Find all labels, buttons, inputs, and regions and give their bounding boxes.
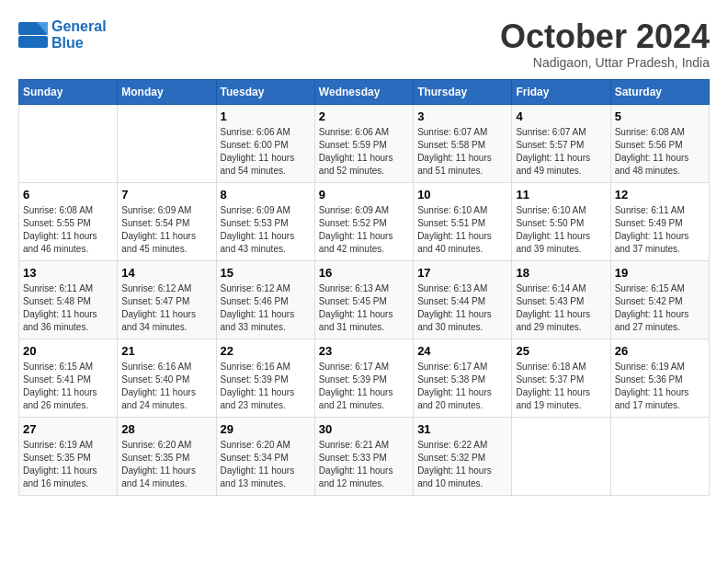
calendar-cell: 17Sunrise: 6:13 AM Sunset: 5:44 PM Dayli…: [414, 260, 512, 339]
day-number: 2: [319, 109, 409, 123]
day-number: 9: [319, 188, 409, 201]
cell-content: Sunrise: 6:08 AM Sunset: 5:55 PM Dayligh…: [23, 204, 113, 256]
cell-content: Sunrise: 6:09 AM Sunset: 5:53 PM Dayligh…: [221, 204, 311, 256]
calendar-cell: 26Sunrise: 6:19 AM Sunset: 5:36 PM Dayli…: [610, 339, 709, 417]
cell-content: Sunrise: 6:09 AM Sunset: 5:52 PM Dayligh…: [319, 204, 409, 256]
day-number: 19: [615, 266, 705, 280]
header-day-thursday: Thursday: [414, 79, 512, 104]
cell-content: Sunrise: 6:11 AM Sunset: 5:49 PM Dayligh…: [615, 204, 705, 256]
header-day-sunday: Sunday: [19, 79, 118, 104]
calendar-cell: 27Sunrise: 6:19 AM Sunset: 5:35 PM Dayli…: [19, 417, 118, 495]
calendar-cell: 23Sunrise: 6:17 AM Sunset: 5:39 PM Dayli…: [314, 339, 413, 417]
cell-content: Sunrise: 6:16 AM Sunset: 5:39 PM Dayligh…: [221, 361, 311, 412]
calendar-cell: 29Sunrise: 6:20 AM Sunset: 5:34 PM Dayli…: [216, 417, 314, 495]
cell-content: Sunrise: 6:15 AM Sunset: 5:42 PM Dayligh…: [615, 282, 705, 334]
day-number: 12: [615, 188, 705, 201]
day-number: 30: [319, 422, 409, 436]
cell-content: Sunrise: 6:12 AM Sunset: 5:47 PM Dayligh…: [121, 282, 211, 334]
page-header: General Blue October 2024 Nadigaon, Utta…: [18, 18, 710, 70]
calendar-cell: 25Sunrise: 6:18 AM Sunset: 5:37 PM Dayli…: [512, 339, 610, 417]
calendar-cell: 20Sunrise: 6:15 AM Sunset: 5:41 PM Dayli…: [19, 339, 118, 417]
day-number: 11: [516, 188, 606, 201]
header-day-tuesday: Tuesday: [216, 79, 314, 104]
calendar-week-row: 6Sunrise: 6:08 AM Sunset: 5:55 PM Daylig…: [19, 182, 710, 260]
logo-text: General Blue: [51, 18, 107, 51]
cell-content: Sunrise: 6:09 AM Sunset: 5:54 PM Dayligh…: [121, 204, 211, 256]
calendar-cell: [512, 417, 610, 495]
cell-content: Sunrise: 6:21 AM Sunset: 5:33 PM Dayligh…: [319, 439, 409, 490]
cell-content: Sunrise: 6:13 AM Sunset: 5:44 PM Dayligh…: [417, 282, 507, 334]
day-number: 26: [615, 344, 705, 358]
cell-content: Sunrise: 6:10 AM Sunset: 5:50 PM Dayligh…: [516, 204, 606, 256]
day-number: 22: [221, 344, 311, 358]
day-number: 8: [221, 188, 311, 201]
calendar-cell: 6Sunrise: 6:08 AM Sunset: 5:55 PM Daylig…: [19, 182, 118, 260]
day-number: 6: [23, 188, 113, 201]
cell-content: Sunrise: 6:14 AM Sunset: 5:43 PM Dayligh…: [516, 282, 606, 334]
calendar-cell: 4Sunrise: 6:07 AM Sunset: 5:57 PM Daylig…: [512, 104, 610, 182]
location-subtitle: Nadigaon, Uttar Pradesh, India: [500, 55, 710, 70]
calendar-cell: 2Sunrise: 6:06 AM Sunset: 5:59 PM Daylig…: [314, 104, 413, 182]
logo: General Blue: [18, 18, 107, 51]
calendar-week-row: 1Sunrise: 6:06 AM Sunset: 6:00 PM Daylig…: [19, 104, 710, 182]
cell-content: Sunrise: 6:16 AM Sunset: 5:40 PM Dayligh…: [121, 361, 211, 412]
day-number: 3: [417, 109, 507, 123]
cell-content: Sunrise: 6:20 AM Sunset: 5:35 PM Dayligh…: [121, 439, 211, 490]
calendar-cell: 10Sunrise: 6:10 AM Sunset: 5:51 PM Dayli…: [414, 182, 512, 260]
header-day-monday: Monday: [118, 79, 216, 104]
calendar-cell: 16Sunrise: 6:13 AM Sunset: 5:45 PM Dayli…: [314, 260, 413, 339]
day-number: 21: [121, 344, 211, 358]
calendar-cell: 24Sunrise: 6:17 AM Sunset: 5:38 PM Dayli…: [414, 339, 512, 417]
calendar-week-row: 27Sunrise: 6:19 AM Sunset: 5:35 PM Dayli…: [19, 417, 710, 495]
calendar-week-row: 13Sunrise: 6:11 AM Sunset: 5:48 PM Dayli…: [19, 260, 710, 339]
day-number: 24: [417, 344, 507, 358]
calendar-cell: 15Sunrise: 6:12 AM Sunset: 5:46 PM Dayli…: [216, 260, 314, 339]
cell-content: Sunrise: 6:17 AM Sunset: 5:38 PM Dayligh…: [417, 361, 507, 412]
cell-content: Sunrise: 6:11 AM Sunset: 5:48 PM Dayligh…: [23, 282, 113, 334]
cell-content: Sunrise: 6:20 AM Sunset: 5:34 PM Dayligh…: [221, 439, 311, 490]
day-number: 1: [221, 109, 311, 123]
calendar-cell: 14Sunrise: 6:12 AM Sunset: 5:47 PM Dayli…: [118, 260, 216, 339]
cell-content: Sunrise: 6:19 AM Sunset: 5:36 PM Dayligh…: [615, 361, 705, 412]
cell-content: Sunrise: 6:07 AM Sunset: 5:58 PM Dayligh…: [417, 126, 507, 178]
calendar-cell: 18Sunrise: 6:14 AM Sunset: 5:43 PM Dayli…: [512, 260, 610, 339]
calendar-cell: 30Sunrise: 6:21 AM Sunset: 5:33 PM Dayli…: [314, 417, 413, 495]
cell-content: Sunrise: 6:06 AM Sunset: 6:00 PM Dayligh…: [221, 126, 311, 178]
calendar-cell: 5Sunrise: 6:08 AM Sunset: 5:56 PM Daylig…: [610, 104, 709, 182]
calendar-cell: 1Sunrise: 6:06 AM Sunset: 6:00 PM Daylig…: [216, 104, 314, 182]
day-number: 16: [319, 266, 409, 280]
calendar-cell: 31Sunrise: 6:22 AM Sunset: 5:32 PM Dayli…: [414, 417, 512, 495]
svg-rect-1: [18, 36, 48, 48]
cell-content: Sunrise: 6:07 AM Sunset: 5:57 PM Dayligh…: [516, 126, 606, 178]
cell-content: Sunrise: 6:06 AM Sunset: 5:59 PM Dayligh…: [319, 126, 409, 178]
calendar-cell: 12Sunrise: 6:11 AM Sunset: 5:49 PM Dayli…: [610, 182, 709, 260]
calendar-cell: 3Sunrise: 6:07 AM Sunset: 5:58 PM Daylig…: [414, 104, 512, 182]
day-number: 28: [121, 422, 211, 436]
calendar-cell: [610, 417, 709, 495]
cell-content: Sunrise: 6:19 AM Sunset: 5:35 PM Dayligh…: [23, 439, 113, 490]
calendar-cell: 7Sunrise: 6:09 AM Sunset: 5:54 PM Daylig…: [118, 182, 216, 260]
day-number: 25: [516, 344, 606, 358]
calendar-cell: 13Sunrise: 6:11 AM Sunset: 5:48 PM Dayli…: [19, 260, 118, 339]
calendar-cell: 11Sunrise: 6:10 AM Sunset: 5:50 PM Dayli…: [512, 182, 610, 260]
calendar-body: 1Sunrise: 6:06 AM Sunset: 6:00 PM Daylig…: [19, 104, 710, 495]
logo-icon: [18, 22, 48, 48]
header-day-friday: Friday: [512, 79, 610, 104]
header-day-wednesday: Wednesday: [314, 79, 413, 104]
cell-content: Sunrise: 6:22 AM Sunset: 5:32 PM Dayligh…: [417, 439, 507, 490]
cell-content: Sunrise: 6:15 AM Sunset: 5:41 PM Dayligh…: [23, 361, 113, 412]
day-number: 14: [121, 266, 211, 280]
day-number: 7: [121, 188, 211, 201]
header-day-saturday: Saturday: [610, 79, 709, 104]
day-number: 31: [417, 422, 507, 436]
cell-content: Sunrise: 6:18 AM Sunset: 5:37 PM Dayligh…: [516, 361, 606, 412]
header-row: SundayMondayTuesdayWednesdayThursdayFrid…: [19, 79, 710, 104]
calendar-cell: 21Sunrise: 6:16 AM Sunset: 5:40 PM Dayli…: [118, 339, 216, 417]
cell-content: Sunrise: 6:12 AM Sunset: 5:46 PM Dayligh…: [221, 282, 311, 334]
day-number: 20: [23, 344, 113, 358]
calendar-cell: 28Sunrise: 6:20 AM Sunset: 5:35 PM Dayli…: [118, 417, 216, 495]
day-number: 5: [615, 109, 705, 123]
calendar-cell: 9Sunrise: 6:09 AM Sunset: 5:52 PM Daylig…: [314, 182, 413, 260]
day-number: 18: [516, 266, 606, 280]
cell-content: Sunrise: 6:10 AM Sunset: 5:51 PM Dayligh…: [417, 204, 507, 256]
